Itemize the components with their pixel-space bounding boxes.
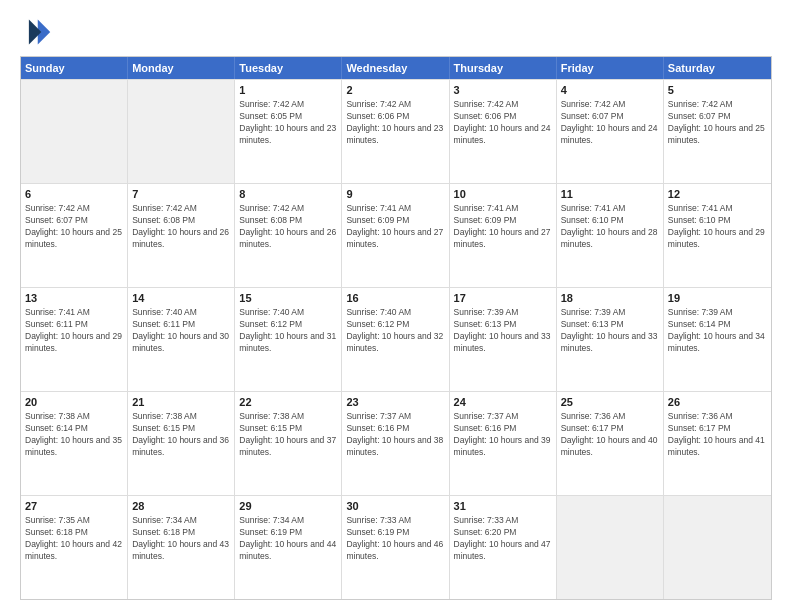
cal-cell-day-8: 8Sunrise: 7:42 AMSunset: 6:08 PMDaylight… [235,184,342,287]
cell-info-text: Sunset: 6:18 PM [132,527,230,539]
cell-info-text: Daylight: 10 hours and 35 minutes. [25,435,123,459]
cell-info-text: Sunrise: 7:42 AM [25,203,123,215]
cell-info-text: Daylight: 10 hours and 42 minutes. [25,539,123,563]
cal-cell-day-31: 31Sunrise: 7:33 AMSunset: 6:20 PMDayligh… [450,496,557,599]
cell-info-text: Sunset: 6:07 PM [561,111,659,123]
header-day-tuesday: Tuesday [235,57,342,79]
cell-info-text: Sunrise: 7:42 AM [346,99,444,111]
cell-info-text: Sunrise: 7:39 AM [561,307,659,319]
cell-info-text: Sunset: 6:11 PM [132,319,230,331]
cell-info-text: Daylight: 10 hours and 23 minutes. [239,123,337,147]
cal-cell-day-30: 30Sunrise: 7:33 AMSunset: 6:19 PMDayligh… [342,496,449,599]
cell-info-text: Sunset: 6:06 PM [346,111,444,123]
cal-cell-day-10: 10Sunrise: 7:41 AMSunset: 6:09 PMDayligh… [450,184,557,287]
cell-info-text: Sunrise: 7:37 AM [454,411,552,423]
day-number: 14 [132,291,230,306]
cell-info-text: Daylight: 10 hours and 43 minutes. [132,539,230,563]
cal-cell-day-9: 9Sunrise: 7:41 AMSunset: 6:09 PMDaylight… [342,184,449,287]
day-number: 23 [346,395,444,410]
cell-info-text: Sunset: 6:08 PM [239,215,337,227]
cell-info-text: Daylight: 10 hours and 25 minutes. [25,227,123,251]
cal-cell-day-3: 3Sunrise: 7:42 AMSunset: 6:06 PMDaylight… [450,80,557,183]
cal-cell-day-19: 19Sunrise: 7:39 AMSunset: 6:14 PMDayligh… [664,288,771,391]
cal-cell-day-4: 4Sunrise: 7:42 AMSunset: 6:07 PMDaylight… [557,80,664,183]
cal-cell-day-13: 13Sunrise: 7:41 AMSunset: 6:11 PMDayligh… [21,288,128,391]
cell-info-text: Sunset: 6:19 PM [239,527,337,539]
cell-info-text: Sunrise: 7:40 AM [132,307,230,319]
header-day-thursday: Thursday [450,57,557,79]
cell-info-text: Daylight: 10 hours and 47 minutes. [454,539,552,563]
cell-info-text: Sunrise: 7:41 AM [346,203,444,215]
cell-info-text: Sunrise: 7:34 AM [132,515,230,527]
cal-cell-day-7: 7Sunrise: 7:42 AMSunset: 6:08 PMDaylight… [128,184,235,287]
cell-info-text: Sunset: 6:17 PM [561,423,659,435]
day-number: 18 [561,291,659,306]
cell-info-text: Sunrise: 7:42 AM [132,203,230,215]
cal-cell-day-16: 16Sunrise: 7:40 AMSunset: 6:12 PMDayligh… [342,288,449,391]
cal-cell-day-23: 23Sunrise: 7:37 AMSunset: 6:16 PMDayligh… [342,392,449,495]
cell-info-text: Sunset: 6:06 PM [454,111,552,123]
logo [20,16,56,48]
cal-cell-day-18: 18Sunrise: 7:39 AMSunset: 6:13 PMDayligh… [557,288,664,391]
cell-info-text: Sunset: 6:12 PM [346,319,444,331]
day-number: 8 [239,187,337,202]
day-number: 25 [561,395,659,410]
calendar: SundayMondayTuesdayWednesdayThursdayFrid… [20,56,772,600]
cell-info-text: Sunset: 6:10 PM [668,215,767,227]
cell-info-text: Sunset: 6:05 PM [239,111,337,123]
cell-info-text: Sunrise: 7:41 AM [25,307,123,319]
cal-cell-day-22: 22Sunrise: 7:38 AMSunset: 6:15 PMDayligh… [235,392,342,495]
day-number: 31 [454,499,552,514]
cal-cell-day-27: 27Sunrise: 7:35 AMSunset: 6:18 PMDayligh… [21,496,128,599]
day-number: 2 [346,83,444,98]
cell-info-text: Daylight: 10 hours and 38 minutes. [346,435,444,459]
cell-info-text: Daylight: 10 hours and 41 minutes. [668,435,767,459]
day-number: 27 [25,499,123,514]
cal-cell-day-5: 5Sunrise: 7:42 AMSunset: 6:07 PMDaylight… [664,80,771,183]
cell-info-text: Sunrise: 7:39 AM [668,307,767,319]
cell-info-text: Sunset: 6:07 PM [668,111,767,123]
cell-info-text: Sunset: 6:07 PM [25,215,123,227]
cal-cell-empty [21,80,128,183]
day-number: 13 [25,291,123,306]
cell-info-text: Sunset: 6:14 PM [25,423,123,435]
cell-info-text: Sunset: 6:16 PM [346,423,444,435]
cell-info-text: Sunrise: 7:42 AM [561,99,659,111]
day-number: 29 [239,499,337,514]
cell-info-text: Sunrise: 7:33 AM [454,515,552,527]
cell-info-text: Sunset: 6:15 PM [239,423,337,435]
cal-cell-day-25: 25Sunrise: 7:36 AMSunset: 6:17 PMDayligh… [557,392,664,495]
day-number: 10 [454,187,552,202]
cal-cell-day-2: 2Sunrise: 7:42 AMSunset: 6:06 PMDaylight… [342,80,449,183]
day-number: 17 [454,291,552,306]
cell-info-text: Daylight: 10 hours and 31 minutes. [239,331,337,355]
cell-info-text: Sunrise: 7:42 AM [668,99,767,111]
cell-info-text: Daylight: 10 hours and 25 minutes. [668,123,767,147]
cell-info-text: Sunrise: 7:41 AM [454,203,552,215]
cell-info-text: Daylight: 10 hours and 36 minutes. [132,435,230,459]
cell-info-text: Sunset: 6:20 PM [454,527,552,539]
cell-info-text: Sunset: 6:12 PM [239,319,337,331]
cal-cell-empty [128,80,235,183]
cell-info-text: Sunrise: 7:36 AM [561,411,659,423]
cell-info-text: Daylight: 10 hours and 44 minutes. [239,539,337,563]
cell-info-text: Daylight: 10 hours and 37 minutes. [239,435,337,459]
cell-info-text: Daylight: 10 hours and 26 minutes. [132,227,230,251]
cal-cell-day-1: 1Sunrise: 7:42 AMSunset: 6:05 PMDaylight… [235,80,342,183]
cell-info-text: Sunset: 6:17 PM [668,423,767,435]
cal-cell-day-20: 20Sunrise: 7:38 AMSunset: 6:14 PMDayligh… [21,392,128,495]
cal-row-2: 6Sunrise: 7:42 AMSunset: 6:07 PMDaylight… [21,183,771,287]
cal-cell-day-6: 6Sunrise: 7:42 AMSunset: 6:07 PMDaylight… [21,184,128,287]
cell-info-text: Daylight: 10 hours and 46 minutes. [346,539,444,563]
cell-info-text: Daylight: 10 hours and 24 minutes. [561,123,659,147]
day-number: 22 [239,395,337,410]
cell-info-text: Daylight: 10 hours and 34 minutes. [668,331,767,355]
header-day-friday: Friday [557,57,664,79]
header-day-monday: Monday [128,57,235,79]
cell-info-text: Daylight: 10 hours and 23 minutes. [346,123,444,147]
cell-info-text: Daylight: 10 hours and 29 minutes. [668,227,767,251]
day-number: 1 [239,83,337,98]
cal-cell-day-28: 28Sunrise: 7:34 AMSunset: 6:18 PMDayligh… [128,496,235,599]
cal-cell-day-12: 12Sunrise: 7:41 AMSunset: 6:10 PMDayligh… [664,184,771,287]
cal-row-5: 27Sunrise: 7:35 AMSunset: 6:18 PMDayligh… [21,495,771,599]
